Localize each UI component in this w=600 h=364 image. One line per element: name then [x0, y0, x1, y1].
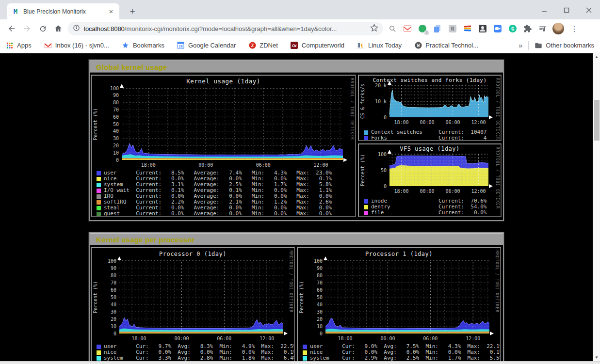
forward-button[interactable]	[20, 22, 34, 35]
address-bar[interactable]: localhost:8080/monitorix-cgi/monitorix.c…	[68, 22, 383, 35]
browser-toolbar: localhost:8080/monitorix-cgi/monitorix.c…	[0, 19, 600, 38]
y-axis-arrow	[117, 256, 121, 260]
books-extension-icon[interactable]	[462, 23, 473, 34]
tick-label: 0	[384, 184, 387, 189]
profile-avatar[interactable]	[552, 23, 564, 34]
bookmarks-bar: Apps Inbox (16) - sjvn0... Bookmarks 28 …	[0, 38, 600, 53]
scroll-up-arrow[interactable]: ▲	[593, 53, 600, 61]
vertical-scrollbar[interactable]: ▲ ▼	[593, 53, 600, 361]
legend-swatch-user	[97, 345, 101, 349]
grammarly-extension-icon[interactable]: G	[507, 23, 518, 34]
svg-text:CW: CW	[292, 44, 297, 48]
r-extension-icon[interactable]: R	[447, 23, 458, 34]
legend-row: guest Current: 0.0% Average: 0.0% Min: 0…	[97, 211, 355, 217]
svg-text:R: R	[451, 26, 454, 32]
legend-swatch-context-switches	[364, 130, 368, 135]
tick-label: 90	[317, 266, 323, 271]
scrollbar-thumb[interactable]	[594, 100, 600, 141]
tick-label: 00:00	[380, 336, 395, 340]
chart-title: Kernel usage (1day)	[186, 78, 260, 85]
tick-label: 12:00	[313, 162, 328, 167]
tick-label: 50	[317, 295, 323, 300]
tick-label: 70	[317, 280, 323, 285]
tick-label: 06:00	[446, 189, 460, 194]
bookmark-bookmarks[interactable]: Bookmarks	[122, 42, 164, 49]
series-area-context-switches	[389, 90, 488, 117]
bookmark-zdnet[interactable]: Z ZDNet	[248, 42, 278, 49]
search-extension-icon[interactable]	[387, 23, 398, 34]
playlist-extension-icon[interactable]	[537, 23, 548, 34]
section-title: Kernel usage per processor	[90, 233, 503, 245]
gmail-extension-icon[interactable]	[402, 23, 413, 34]
svg-text:M: M	[14, 8, 17, 16]
bookmark-computerworld[interactable]: CW Computerworld	[291, 42, 344, 49]
vfs-usage-graph: RRDTOOL / TOBI OETIKER 10050018:0000:000…	[358, 143, 502, 217]
bookmark-inbox[interactable]: Inbox (16) - sjvn0...	[44, 42, 109, 49]
chart-title: Processor 0 (1day)	[159, 251, 227, 257]
person-extension-icon[interactable]	[477, 23, 488, 34]
tick-label: 80	[113, 100, 119, 105]
legend-swatch-nice	[303, 350, 307, 355]
page-viewport: Global kernel usage RRDTOOL / TOBI OETIK…	[0, 53, 600, 364]
browser-menu-icon[interactable]: ⋮	[568, 24, 580, 33]
legend-swatch-forks	[364, 136, 368, 141]
other-bookmarks[interactable]: Other bookmarks	[535, 42, 594, 49]
chart-title: Context switches and forks (1day)	[373, 77, 486, 83]
browser-tab[interactable]: M Blue Precision Monitorix ×	[7, 3, 119, 19]
reload-button[interactable]	[36, 22, 49, 35]
bookmark-star-icon[interactable]	[370, 24, 378, 34]
tick-label: 06:00	[446, 120, 460, 125]
puzzle-extensions-icon[interactable]	[522, 23, 533, 34]
vfs-plot-svg: 10050018:0000:0006:0012:00VFS usage (1da…	[359, 144, 501, 195]
legend-swatch-system	[97, 183, 101, 187]
proc1-plot-svg: 100908070605040302010018:0000:0006:0012:…	[298, 248, 500, 340]
legend-swatch-inode	[364, 199, 368, 204]
home-button[interactable]	[51, 22, 65, 35]
svg-text:W: W	[417, 43, 420, 48]
scroll-down-arrow[interactable]: ▼	[593, 354, 600, 361]
page-info-icon[interactable]	[73, 24, 80, 33]
phone-extension-icon[interactable]: ?	[417, 23, 428, 34]
chart-legend: user Current: 8.5% Average: 7.4% Min: 4.…	[97, 170, 355, 217]
legend-swatch-file	[364, 211, 368, 215]
proc0-plot-svg: 100908070605040302010018:0000:0006:0012:…	[92, 248, 294, 340]
tick-label: 30	[113, 136, 119, 141]
back-button[interactable]	[5, 22, 18, 35]
legend-swatch-guest	[97, 212, 101, 216]
bookmark-linux-today[interactable]: t Linux Today	[357, 42, 402, 49]
svg-text:Z: Z	[251, 43, 254, 48]
maximize-button[interactable]	[560, 5, 573, 16]
legend-swatch-i-o-wait	[97, 189, 101, 193]
close-window-button[interactable]	[583, 5, 595, 16]
svg-text:G: G	[511, 26, 515, 32]
minimize-button[interactable]	[538, 5, 551, 16]
bookmark-apps[interactable]: Apps	[6, 42, 32, 49]
tick-label: 70	[113, 107, 119, 112]
folder-icon	[535, 42, 542, 49]
tick-label: 20	[317, 317, 323, 322]
tick-label: 0	[384, 115, 387, 120]
legend-row: file Current: 0.0%	[364, 210, 501, 216]
tab-close-icon[interactable]: ×	[107, 7, 115, 16]
zoom-extension-icon[interactable]	[492, 23, 503, 34]
tick-label: 06:00	[256, 162, 271, 167]
copy-pages-extension-icon[interactable]	[432, 23, 443, 34]
kernel-plot-svg: 100908070605040302010018:0000:0006:0012:…	[92, 76, 355, 167]
series-area-forks	[389, 117, 488, 117]
tick-label: 12:00	[259, 336, 274, 340]
chart-title: Processor 1 (1day)	[365, 251, 433, 257]
bookmark-google-calendar[interactable]: 28 Google Calendar	[177, 42, 236, 49]
bookmark-practical-technology[interactable]: W Practical Technol...	[414, 42, 478, 49]
tick-label: 60	[111, 287, 116, 293]
tick-label: 10	[113, 150, 119, 156]
y-axis-arrow	[120, 84, 124, 88]
x-axis-arrow	[489, 184, 493, 188]
tick-label: 60	[317, 287, 323, 293]
tick-label: 100	[110, 86, 119, 91]
wordpress-icon: W	[414, 42, 422, 49]
new-tab-button[interactable]: +	[126, 6, 139, 18]
chart-legend: Context switches Current: 10407Forks Cur…	[364, 129, 501, 141]
tick-label: 18:00	[394, 120, 408, 125]
tick-label: 18:00	[132, 336, 146, 340]
bookmarks-overflow-chevron[interactable]: »	[519, 41, 522, 49]
